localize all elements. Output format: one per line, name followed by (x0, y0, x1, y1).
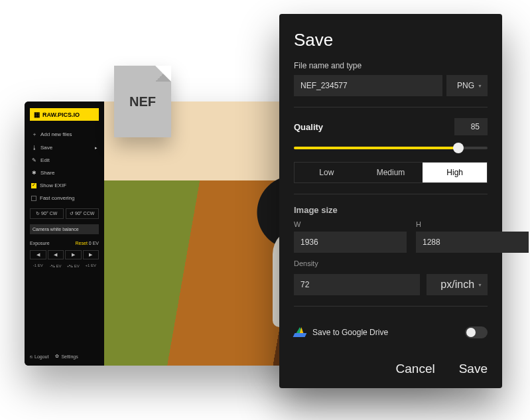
ev-minus-third[interactable]: ◀ (48, 250, 64, 259)
width-input[interactable] (294, 232, 407, 253)
ev-label: -1 EV (30, 263, 46, 268)
divider (294, 194, 488, 194)
checkbox-checked-icon (31, 183, 36, 188)
quality-high[interactable]: High (423, 163, 487, 182)
ev-plus-1[interactable]: ▶ (83, 250, 99, 259)
share-icon: ✱ (31, 170, 37, 176)
slider-thumb[interactable] (453, 143, 464, 153)
chevron-right-icon: ▸ (95, 145, 98, 151)
rotate-row: ↻ 90° CW ↺ 90° CCW (30, 208, 99, 219)
menu-label: Fast convering (40, 195, 74, 201)
quality-slider[interactable] (294, 142, 488, 154)
logo-text: RAW.PICS.IO (42, 111, 80, 118)
plus-icon: ＋ (31, 131, 37, 138)
density-input[interactable] (294, 274, 420, 295)
menu-label: Share (40, 170, 54, 176)
exposure-label: Exposure (30, 241, 50, 245)
cancel-button[interactable]: Cancel (396, 362, 435, 376)
height-input[interactable] (416, 232, 529, 253)
film-icon: ▦ (34, 111, 40, 118)
menu-show-exif[interactable]: Show EXIF (30, 180, 99, 190)
image-size-label: Image size (294, 205, 488, 215)
filetype-select[interactable]: PNG ▼ (446, 75, 488, 96)
ev-plus-third[interactable]: ▶ (65, 250, 82, 259)
menu-label: Show EXIF (40, 182, 66, 188)
gdrive-label: Save to Google Drive (312, 328, 458, 337)
menu-fast-converting[interactable]: Fast convering (30, 193, 99, 203)
rotate-ccw-button[interactable]: ↺ 90° CCW (66, 208, 99, 219)
density-label: Density (294, 259, 488, 267)
rotate-cw-button[interactable]: ↻ 90° CW (30, 208, 64, 219)
density-unit-value: px/inch (440, 279, 474, 291)
panel-title: Save (294, 30, 488, 50)
quality-low[interactable]: Low (295, 163, 359, 182)
quality-segmented: Low Medium High (294, 162, 488, 183)
ev-labels: -1 EV -⅓ EV +⅓ EV +1 EV (30, 263, 99, 268)
ev-label: +1 EV (83, 263, 99, 268)
exposure-reset[interactable]: Reset (76, 241, 88, 245)
chevron-down-icon: ▼ (478, 84, 482, 88)
quality-value[interactable]: 85 (454, 118, 488, 135)
width-label: W (294, 220, 407, 228)
logout-button[interactable]: ⎋Logout (30, 354, 48, 359)
ev-minus-1[interactable]: ◀ (30, 250, 46, 259)
save-panel: Save File name and type PNG ▼ Quality 85… (279, 14, 502, 388)
checkbox-unchecked-icon (31, 196, 36, 201)
menu-add-files[interactable]: ＋ Add new files (30, 129, 99, 140)
quality-medium[interactable]: Medium (359, 163, 423, 182)
divider (294, 306, 488, 307)
chevron-down-icon: ▼ (478, 283, 482, 287)
logout-icon: ⎋ (30, 354, 33, 359)
panel-actions: Cancel Save (294, 348, 488, 376)
quality-label: Quality (294, 122, 323, 132)
download-icon: ⭳ (31, 145, 37, 151)
exposure-header: Exposure Reset 0 EV (30, 241, 99, 245)
logout-label: Logout (34, 354, 48, 359)
menu-label: Edit (40, 157, 50, 163)
menu-label: Add new files (40, 131, 72, 137)
google-drive-icon (294, 327, 306, 338)
file-extension: NEF (129, 94, 156, 109)
menu-edit[interactable]: ✎ Edit (30, 155, 99, 165)
settings-label: Settings (61, 354, 78, 359)
ev-buttons: ◀ ◀ ▶ ▶ (30, 250, 99, 259)
file-type-badge: NEF (114, 66, 171, 137)
filename-input[interactable] (294, 75, 442, 96)
filetype-value: PNG (457, 81, 474, 90)
density-unit-select[interactable]: px/inch ▼ (427, 274, 488, 295)
sidebar-footer: ⎋Logout ✿Settings (30, 354, 99, 359)
sidebar: ▦ RAW.PICS.IO ＋ Add new files ⭳ Save ▸ ✎… (25, 102, 104, 366)
app-logo: ▦ RAW.PICS.IO (30, 108, 99, 121)
height-label: H (416, 220, 529, 228)
ev-label: +⅓ EV (65, 263, 82, 268)
save-button[interactable]: Save (459, 362, 488, 376)
menu-label: Save (40, 145, 52, 151)
ev-label: -⅓ EV (48, 263, 64, 268)
gear-icon: ✿ (55, 354, 59, 359)
exposure-value: 0 EV (89, 241, 99, 245)
menu-save[interactable]: ⭳ Save ▸ (30, 143, 99, 153)
gdrive-row: Save to Google Drive (294, 326, 488, 338)
filename-label: File name and type (294, 61, 488, 70)
divider (294, 107, 488, 107)
gdrive-toggle[interactable] (465, 326, 488, 338)
white-balance-select[interactable]: Camera white balance (30, 224, 99, 234)
pencil-icon: ✎ (31, 157, 37, 163)
settings-button[interactable]: ✿Settings (55, 354, 78, 359)
menu-share[interactable]: ✱ Share (30, 168, 99, 178)
